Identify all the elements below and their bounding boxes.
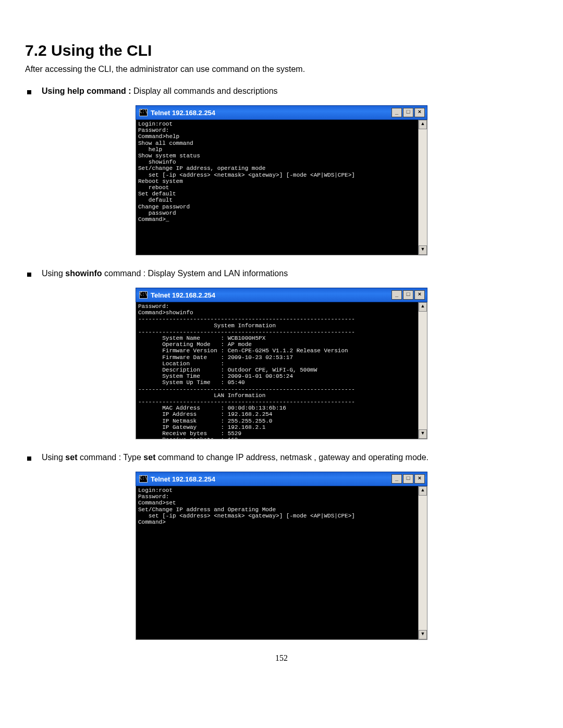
terminal-body-wrap: Login:root Password: Command>help Show a…: [136, 120, 427, 255]
titlebar-left: C:\ Telnet 192.168.2.254: [139, 475, 215, 483]
bullet-text: Using set command : Type set command to …: [42, 453, 429, 462]
terminal-output: Login:root Password: Command>help Show a…: [136, 120, 418, 255]
terminal-output: Login:root Password: Command>set Set/Cha…: [136, 486, 418, 639]
window-title: Telnet 192.168.2.254: [151, 109, 215, 117]
window-title: Telnet 192.168.2.254: [151, 475, 215, 483]
terminal-icon: C:\: [139, 475, 148, 483]
titlebar-left: C:\ Telnet 192.168.2.254: [139, 291, 215, 299]
bullet-text: Using showinfo command : Display System …: [42, 269, 288, 278]
close-button[interactable]: ×: [414, 108, 425, 117]
scrollbar[interactable]: ▲ ▼: [418, 302, 427, 439]
bullet-item: Using showinfo command : Display System …: [25, 269, 538, 278]
terminal-window: C:\ Telnet 192.168.2.254 _ □ × Login:roo…: [136, 472, 427, 640]
terminal-body-wrap: Password: Command>showinfo -------------…: [136, 302, 427, 439]
scroll-up-button[interactable]: ▲: [419, 120, 427, 129]
window-titlebar: C:\ Telnet 192.168.2.254 _ □ ×: [136, 288, 427, 302]
scroll-up-button[interactable]: ▲: [419, 486, 427, 496]
terminal-icon: C:\: [139, 109, 148, 116]
intro-paragraph: After accessing the CLI, the administrat…: [25, 65, 538, 74]
minimize-button[interactable]: _: [391, 108, 402, 117]
scroll-up-button[interactable]: ▲: [419, 302, 427, 312]
scroll-track[interactable]: [419, 312, 427, 429]
scroll-track[interactable]: [419, 496, 427, 630]
maximize-button[interactable]: □: [403, 108, 413, 117]
terminal-window: C:\ Telnet 192.168.2.254 _ □ × Login:roo…: [136, 105, 427, 255]
window-titlebar: C:\ Telnet 192.168.2.254 _ □ ×: [136, 105, 427, 120]
maximize-button[interactable]: □: [403, 474, 413, 484]
bullet-item: Using help command : Display all command…: [25, 87, 538, 96]
document-page: 7.2 Using the CLI After accessing the CL…: [0, 0, 563, 678]
window-controls: _ □ ×: [391, 474, 425, 484]
terminal-output: Password: Command>showinfo -------------…: [136, 302, 418, 439]
bullet-icon: [27, 456, 31, 461]
window-titlebar: C:\ Telnet 192.168.2.254 _ □ ×: [136, 472, 427, 486]
bullet-icon: [27, 273, 31, 277]
maximize-button[interactable]: □: [403, 290, 413, 300]
bullet-text: Using help command : Display all command…: [42, 87, 278, 96]
scroll-down-button[interactable]: ▼: [419, 630, 427, 639]
bullet-item: Using set command : Type set command to …: [25, 453, 538, 462]
window-title: Telnet 192.168.2.254: [151, 291, 215, 299]
titlebar-left: C:\ Telnet 192.168.2.254: [139, 109, 215, 117]
bullet-icon: [27, 90, 31, 94]
scroll-down-button[interactable]: ▼: [419, 429, 427, 439]
minimize-button[interactable]: _: [391, 474, 402, 484]
scroll-down-button[interactable]: ▼: [419, 245, 427, 255]
close-button[interactable]: ×: [414, 474, 425, 484]
page-number: 152: [25, 653, 538, 663]
terminal-window: C:\ Telnet 192.168.2.254 _ □ × Password:…: [136, 288, 427, 439]
scroll-track[interactable]: [419, 129, 427, 245]
minimize-button[interactable]: _: [391, 290, 402, 300]
window-controls: _ □ ×: [391, 290, 425, 300]
scrollbar[interactable]: ▲ ▼: [418, 486, 427, 639]
scrollbar[interactable]: ▲ ▼: [418, 120, 427, 255]
terminal-body-wrap: Login:root Password: Command>set Set/Cha…: [136, 486, 427, 640]
terminal-icon: C:\: [139, 291, 148, 299]
section-heading: 7.2 Using the CLI: [25, 42, 538, 59]
close-button[interactable]: ×: [414, 290, 425, 300]
window-controls: _ □ ×: [391, 108, 425, 117]
